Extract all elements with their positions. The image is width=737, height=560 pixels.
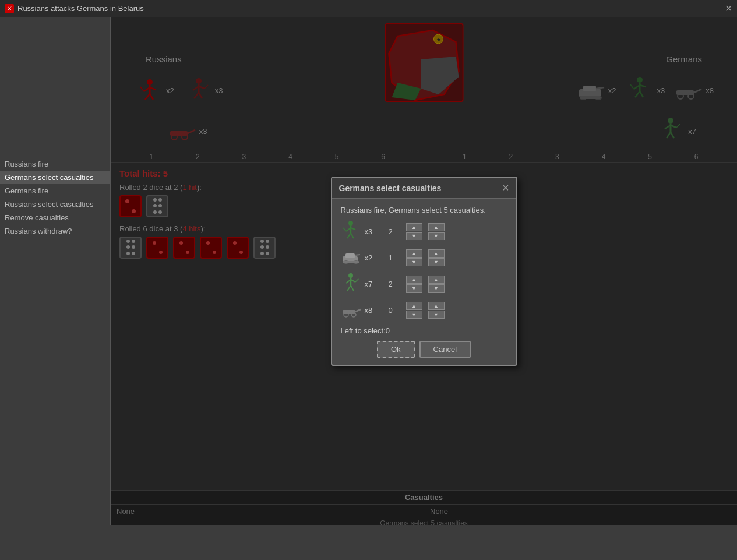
- modal-unit-icon-infantry-green: [341, 221, 361, 242]
- svg-line-67: [355, 279, 359, 282]
- modal-unit-icon-tank-grey: [341, 248, 361, 268]
- modal-unit1-spinner2: ▲ ▼: [428, 223, 445, 240]
- sidebar-item-germans-fire[interactable]: Germans fire: [0, 184, 110, 198]
- modal-unit1-spinner: ▲ ▼: [406, 223, 422, 240]
- svg-rect-60: [343, 261, 359, 263]
- modal-unit1-value: 2: [389, 227, 400, 236]
- modal-unit4-spinner2: ▲ ▼: [428, 302, 445, 319]
- modal-unit2-spinner2: ▲ ▼: [428, 249, 445, 266]
- sidebar-item-russians-fire[interactable]: Russians fire: [0, 157, 110, 171]
- modal-description: Russians fire, Germans select 5 casualti…: [341, 206, 507, 214]
- modal-unit4-max[interactable]: ▲: [428, 302, 445, 310]
- modal-unit3-decrement[interactable]: ▼: [406, 284, 422, 293]
- svg-line-57: [355, 255, 360, 255]
- modal-unit2-increment[interactable]: ▲: [406, 249, 422, 258]
- modal-unit4-spinner: ▲ ▼: [406, 302, 422, 319]
- sidebar-item-russians-withdraw[interactable]: Russians withdraw?: [0, 224, 110, 238]
- modal-unit-row-4: x8 0 ▲ ▼ ▲ ▼: [341, 300, 507, 320]
- svg-line-69: [355, 309, 361, 312]
- sidebar-item-germans-select-casualties[interactable]: Germans select casualties: [0, 171, 110, 184]
- sidebar: Russians fire Germans select casualties …: [0, 17, 111, 525]
- modal-unit2-min[interactable]: ▼: [428, 258, 445, 266]
- app-icon: ⚔: [5, 4, 14, 13]
- svg-line-66: [351, 286, 354, 291]
- modal-body: Russians fire, Germans select 5 casualti…: [332, 199, 516, 365]
- modal-unit2-max[interactable]: ▲: [428, 249, 445, 258]
- sidebar-item-russians-select-casualties[interactable]: Russians select casualties: [0, 198, 110, 211]
- modal-unit4-increment[interactable]: ▲: [406, 302, 422, 310]
- modal-unit4-value: 0: [389, 306, 400, 315]
- window-title: Russians attacks Germans in Belarus: [17, 4, 144, 13]
- modal-unit-row-3: x7 2 ▲ ▼ ▲ ▼: [341, 274, 507, 294]
- modal-buttons: Ok Cancel: [341, 341, 507, 358]
- modal-unit-row-1: x3 2 ▲ ▼ ▲ ▼: [341, 221, 507, 242]
- modal-unit-row-2: x2 1 ▲ ▼ ▲ ▼: [341, 248, 507, 268]
- svg-line-54: [343, 228, 346, 231]
- modal-unit1-max[interactable]: ▲: [428, 223, 445, 231]
- modal-unit3-count: x7: [365, 280, 382, 288]
- modal-unit1-count: x3: [365, 227, 382, 236]
- ok-button[interactable]: Ok: [377, 341, 415, 358]
- svg-rect-56: [345, 253, 355, 258]
- modal-unit3-max[interactable]: ▲: [428, 276, 445, 284]
- modal-unit1-increment[interactable]: ▲: [406, 223, 422, 231]
- modal-header: Germans select casualties ✕: [332, 178, 516, 199]
- title-bar-left: ⚔ Russians attacks Germans in Belarus: [5, 4, 144, 13]
- modal-close-button[interactable]: ✕: [502, 182, 509, 193]
- main-area: Russians fire Germans select casualties …: [0, 17, 737, 525]
- window-close-button[interactable]: ✕: [725, 4, 732, 13]
- svg-point-61: [348, 273, 353, 278]
- modal-unit-icon-infantry-green2: [341, 274, 361, 294]
- battle-area: Russians: [111, 17, 737, 525]
- cancel-button[interactable]: Cancel: [419, 341, 471, 358]
- modal-unit2-spinner: ▲ ▼: [406, 249, 422, 266]
- modal-unit4-count: x8: [365, 306, 382, 315]
- modal-unit2-count: x2: [365, 253, 382, 262]
- modal-unit3-min[interactable]: ▼: [428, 284, 445, 293]
- modal-unit1-decrement[interactable]: ▼: [406, 232, 422, 240]
- modal-unit2-value: 1: [389, 253, 400, 262]
- modal-unit4-decrement[interactable]: ▼: [406, 311, 422, 319]
- modal-unit4-min[interactable]: ▼: [428, 311, 445, 319]
- casualty-selection-modal: Germans select casualties ✕ Russians fir…: [331, 177, 517, 366]
- svg-line-65: [347, 286, 351, 291]
- modal-unit3-spinner2: ▲ ▼: [428, 276, 445, 293]
- modal-unit-icon-artillery-grey: [341, 300, 361, 320]
- title-bar: ⚔ Russians attacks Germans in Belarus ✕: [0, 0, 737, 17]
- svg-point-48: [348, 221, 353, 226]
- modal-title: Germans select casualties: [339, 184, 442, 193]
- svg-line-52: [347, 233, 351, 238]
- left-to-select: Left to select:0: [341, 326, 507, 335]
- modal-unit2-decrement[interactable]: ▼: [406, 258, 422, 266]
- svg-line-53: [351, 233, 354, 238]
- sidebar-item-remove-casualties[interactable]: Remove casualties: [0, 211, 110, 224]
- modal-unit3-value: 2: [389, 280, 400, 288]
- modal-overlay: Germans select casualties ✕ Russians fir…: [111, 17, 737, 525]
- modal-unit1-min[interactable]: ▼: [428, 232, 445, 240]
- modal-unit3-increment[interactable]: ▲: [406, 276, 422, 284]
- modal-unit3-spinner: ▲ ▼: [406, 276, 422, 293]
